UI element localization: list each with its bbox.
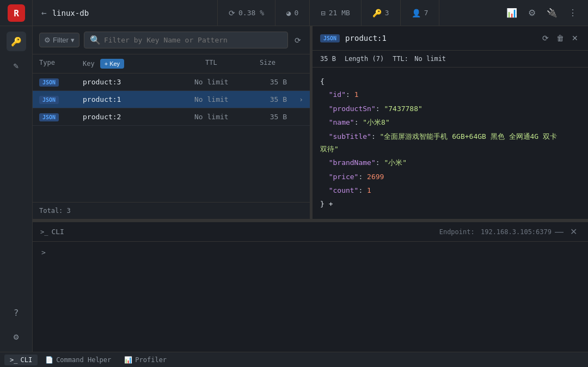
stat-connections: ◕ 0 [275, 0, 310, 26]
detail-title: product:1 [345, 34, 535, 42]
table-row[interactable]: JSON product:3 No limit 35 B [33, 74, 310, 91]
table-row[interactable]: JSON product:2 No limit 35 B [33, 108, 310, 126]
clients-icon: 👤 [412, 9, 421, 17]
detail-header: JSON product:1 ⟳ 🗑 ✕ [313, 26, 588, 51]
profiler-tab-label: Profiler [135, 356, 167, 364]
app-logo: R [8, 4, 25, 22]
row-size: 35 B [249, 113, 292, 121]
json-field-row[interactable]: "count": 1 🗑 [320, 184, 580, 197]
stat-keys: 🔑 3 [362, 0, 401, 26]
json-field-row[interactable]: "name": "小米8" 🗑 [320, 115, 580, 129]
json-field: "name": "小米8" [320, 116, 563, 129]
command-helper-tab-label: Command Helper [56, 356, 111, 364]
db-name-label: linux-db [52, 9, 89, 17]
profiler-tab-icon: 📊 [124, 356, 132, 364]
cli-endpoint: Endpoint: 192.168.3.105:6379 [439, 228, 552, 236]
clients-value: 7 [424, 9, 428, 17]
sidebar-bottom: ? ⚙ [7, 303, 26, 346]
sidebar-item-help[interactable]: ? [7, 303, 26, 322]
main-content: 🔑 ✎ ? ⚙ ⚙ Filter ▾ [0, 26, 588, 352]
plugin-button[interactable]: 🔌 [542, 4, 562, 21]
row-expand-icon: › [292, 95, 303, 103]
row-ttl: No limit [194, 95, 249, 103]
row-type-badge: JSON [39, 113, 83, 121]
filter-label: Filter [53, 36, 69, 44]
row-type-badge: JSON [39, 78, 83, 86]
filter-button[interactable]: ⚙ Filter ▾ [39, 33, 79, 47]
row-key: product:1 [83, 95, 194, 103]
connections-value: 0 [294, 9, 298, 17]
col-key: Key + Key [83, 59, 205, 69]
topbar: R ← linux-db ⟳ 0.38 % ◕ 0 ⊟ 21 MB 🔑 3 👤 … [0, 0, 588, 26]
refresh-button[interactable]: ⟳ [292, 34, 303, 47]
add-key-button[interactable]: + Key [100, 59, 124, 69]
detail-close-button[interactable]: ✕ [569, 32, 580, 45]
row-ttl: No limit [194, 113, 249, 121]
search-icon: 🔍 [90, 35, 101, 45]
json-field-row[interactable]: "subTitle": "全面屏游戏智能手机 6GB+64GB 黑色 全网通4G… [320, 130, 580, 156]
detail-actions: ⟳ 🗑 ✕ [540, 32, 580, 45]
cli-close-button[interactable]: ✕ [567, 225, 580, 238]
col-size: Size [260, 59, 303, 69]
tab-cli[interactable]: >_ CLI [4, 354, 38, 365]
cli-minimize-button[interactable]: — [552, 226, 567, 238]
cli-icon: >_ [40, 228, 48, 236]
memory-icon: ⊟ [321, 9, 325, 17]
detail-panel: JSON product:1 ⟳ 🗑 ✕ 35 B Length (7) TTL… [313, 26, 588, 219]
settings-button[interactable]: ⚙ [524, 4, 540, 21]
json-field-row[interactable]: "id": 1 🗑 [320, 88, 580, 101]
analytics-button[interactable]: 📊 [502, 4, 522, 21]
back-button[interactable]: ← [41, 8, 47, 18]
search-box: 🔍 [84, 32, 288, 48]
topbar-actions: 📊 ⚙ 🔌 ⋮ [495, 0, 588, 26]
logo-area: R [0, 0, 33, 26]
total-bar: Total: 3 [33, 202, 310, 219]
sidebar-item-settings[interactable]: ⚙ [7, 327, 26, 346]
json-close-brace: } + [320, 198, 580, 210]
row-size: 35 B [249, 78, 292, 86]
connections-icon: ◕ [286, 9, 291, 17]
memory-value: 21 MB [329, 9, 350, 17]
db-selector[interactable]: ← linux-db [33, 0, 218, 26]
cli-title-area: >_ CLI [40, 228, 439, 236]
detail-type-badge: JSON [320, 34, 340, 42]
search-input[interactable] [104, 36, 282, 44]
cli-tab-icon: >_ [10, 356, 17, 364]
col-ttl: TTL [205, 59, 260, 69]
cli-prompt: > [41, 248, 46, 256]
tab-profiler[interactable]: 📊 Profiler [119, 354, 172, 365]
cli-header: >_ CLI Endpoint: 192.168.3.105:6379 — ✕ [33, 222, 588, 242]
detail-ttl: TTL: No limit [393, 55, 446, 63]
more-button[interactable]: ⋮ [564, 4, 581, 21]
json-field-row[interactable]: "productSn": "7437788" 🗑 [320, 102, 580, 115]
json-field-row[interactable]: "price": 2699 🗑 [320, 170, 580, 184]
panel-row: ⚙ Filter ▾ 🔍 ⟳ Type [33, 26, 588, 219]
table-row[interactable]: JSON product:1 No limit 35 B › [33, 91, 310, 108]
key-table: JSON product:3 No limit 35 B JSON produc… [33, 74, 310, 202]
sidebar: 🔑 ✎ ? ⚙ [0, 26, 33, 352]
detail-delete-button[interactable]: 🗑 [554, 32, 566, 45]
cli-title-label: CLI [51, 228, 64, 236]
tab-command-helper[interactable]: 📄 Command Helper [40, 354, 117, 365]
json-field: "id": 1 [320, 88, 563, 101]
detail-length: Length (7) [345, 55, 384, 63]
detail-refresh-button[interactable]: ⟳ [540, 32, 551, 45]
json-field-row[interactable]: "brandName": "小米" 🗑 [320, 156, 580, 169]
cpu-icon: ⟳ [229, 9, 235, 17]
bottom-tabbar: >_ CLI 📄 Command Helper 📊 Profiler [0, 352, 588, 367]
list-toolbar: ⚙ Filter ▾ 🔍 ⟳ [33, 26, 310, 54]
key-list-panel: ⚙ Filter ▾ 🔍 ⟳ Type [33, 26, 310, 219]
json-content: { "id": 1 🗑 "productSn": "7437788" [313, 68, 588, 219]
row-type-badge: JSON [39, 95, 83, 103]
json-field: "subTitle": "全面屏游戏智能手机 6GB+64GB 黑色 全网通4G… [320, 130, 563, 156]
sidebar-item-keys[interactable]: 🔑 [7, 32, 26, 51]
cli-body: > [33, 242, 588, 352]
workspace: ⚙ Filter ▾ 🔍 ⟳ Type [33, 26, 588, 352]
detail-size: 35 B [320, 55, 336, 63]
svg-text:R: R [14, 8, 19, 19]
stats-bar: ⟳ 0.38 % ◕ 0 ⊟ 21 MB 🔑 3 👤 7 [218, 0, 495, 26]
keys-value: 3 [385, 9, 389, 17]
cpu-value: 0.38 % [238, 9, 264, 17]
sidebar-item-editor[interactable]: ✎ [7, 56, 26, 75]
command-helper-tab-icon: 📄 [45, 356, 53, 364]
